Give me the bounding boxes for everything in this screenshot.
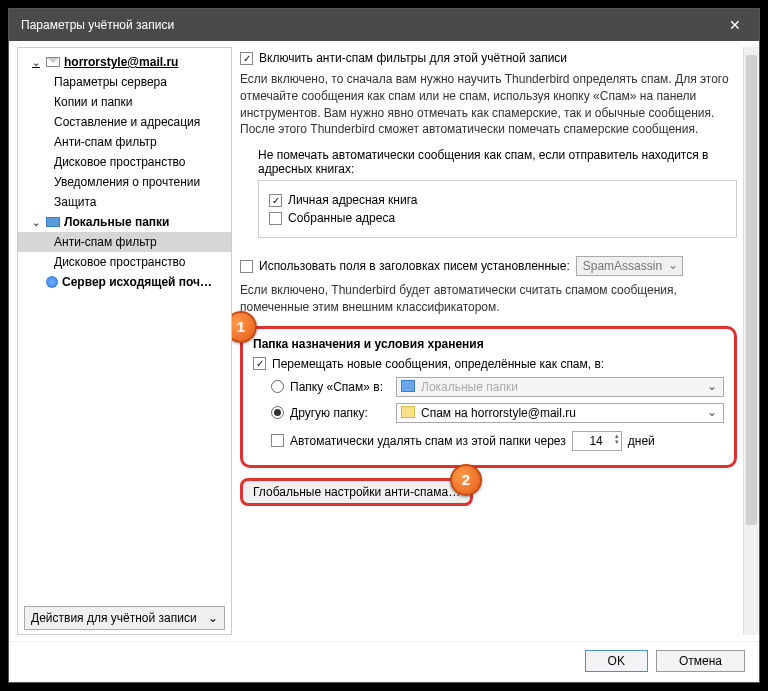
folder-icon — [46, 217, 60, 227]
enable-junk-label: Включить анти-спам фильтры для этой учёт… — [259, 51, 567, 65]
scrollbar[interactable] — [743, 47, 759, 635]
cancel-button[interactable]: Отмена — [656, 650, 745, 672]
chevron-down-icon: ⌄ — [32, 57, 42, 68]
account-email: horrorstyle@mail.ru — [64, 55, 178, 69]
dest-title: Папка назначения и условия хранения — [253, 337, 724, 351]
chevron-down-icon: ⌄ — [208, 611, 218, 625]
tree-item-local-disk[interactable]: Дисковое пространство — [18, 252, 231, 272]
auto-delete-checkbox[interactable] — [271, 434, 284, 447]
close-icon[interactable]: ✕ — [723, 17, 747, 33]
tree-outgoing-server[interactable]: ⌄ Сервер исходящей поч… — [18, 272, 231, 292]
tree-local-folders[interactable]: ⌄ Локальные папки — [18, 212, 231, 232]
enable-junk-checkbox[interactable] — [240, 52, 253, 65]
ab-collected-label: Собранные адреса — [288, 211, 395, 225]
tree-item-composition[interactable]: Составление и адресация — [18, 112, 231, 132]
move-junk-checkbox[interactable] — [253, 357, 266, 370]
enable-junk-desc: Если включено, то сначала вам нужно науч… — [240, 71, 737, 138]
tree-item-junk[interactable]: Анти-спам фильтр — [18, 132, 231, 152]
account-settings-window: Параметры учётной записи ✕ ⌄ horrorstyle… — [8, 8, 760, 683]
global-junk-settings-button[interactable]: Глобальные настройки анти-спама… — [240, 478, 473, 506]
account-actions-button[interactable]: Действия для учётной записи ⌄ — [24, 606, 225, 630]
outgoing-label: Сервер исходящей поч… — [62, 275, 212, 289]
local-folders-label: Локальные папки — [64, 215, 170, 229]
window-title: Параметры учётной записи — [21, 18, 174, 32]
folder-icon — [401, 380, 415, 392]
tree-item-local-junk[interactable]: Анти-спам фильтр — [18, 232, 231, 252]
account-tree: ⌄ horrorstyle@mail.ru Параметры сервера … — [17, 47, 232, 635]
addressbook-intro: Не помечать автоматически сообщения как … — [258, 148, 737, 176]
headers-classifier-select[interactable]: SpamAssassin — [576, 256, 683, 276]
ab-personal-label: Личная адресная книга — [288, 193, 418, 207]
settings-panel: Включить анти-спам фильтры для этой учёт… — [232, 41, 759, 641]
auto-delete-label: Автоматически удалять спам из этой папки… — [290, 434, 566, 448]
mail-icon — [46, 57, 60, 67]
auto-delete-days-input[interactable]: 14 — [572, 431, 622, 451]
headers-checkbox[interactable] — [240, 260, 253, 273]
addressbook-box: Личная адресная книга Собранные адреса — [258, 180, 737, 238]
tree-item-copies[interactable]: Копии и папки — [18, 92, 231, 112]
radio-spam-label: Папку «Спам» в: — [290, 380, 390, 394]
tree-item-disk[interactable]: Дисковое пространство — [18, 152, 231, 172]
spam-folder-combo[interactable]: Локальные папки — [396, 377, 724, 397]
tree-account-root[interactable]: ⌄ horrorstyle@mail.ru — [18, 52, 231, 72]
chevron-down-icon: ⌄ — [32, 217, 42, 228]
globe-icon — [46, 276, 58, 288]
other-folder-combo[interactable]: Спам на horrorstyle@mail.ru — [396, 403, 724, 423]
days-suffix: дней — [628, 434, 655, 448]
radio-other-folder[interactable] — [271, 406, 284, 419]
ab-personal-checkbox[interactable] — [269, 194, 282, 207]
destination-section: 1 Папка назначения и условия хранения Пе… — [240, 326, 737, 468]
folder-icon — [401, 406, 415, 418]
callout-2: 2 — [450, 464, 482, 496]
tree-item-security[interactable]: Защита — [18, 192, 231, 212]
radio-other-label: Другую папку: — [290, 406, 390, 420]
titlebar: Параметры учётной записи ✕ — [9, 9, 759, 41]
ab-collected-checkbox[interactable] — [269, 212, 282, 225]
radio-spam-folder[interactable] — [271, 380, 284, 393]
move-junk-label: Перемещать новые сообщения, определённые… — [272, 357, 604, 371]
tree-item-receipts[interactable]: Уведомления о прочтении — [18, 172, 231, 192]
dialog-footer: OK Отмена — [9, 641, 759, 682]
headers-label: Использовать поля в заголовках писем уст… — [259, 259, 570, 273]
ok-button[interactable]: OK — [585, 650, 648, 672]
tree-item-server[interactable]: Параметры сервера — [18, 72, 231, 92]
headers-desc: Если включено, Thunderbird будет автомат… — [240, 282, 737, 316]
